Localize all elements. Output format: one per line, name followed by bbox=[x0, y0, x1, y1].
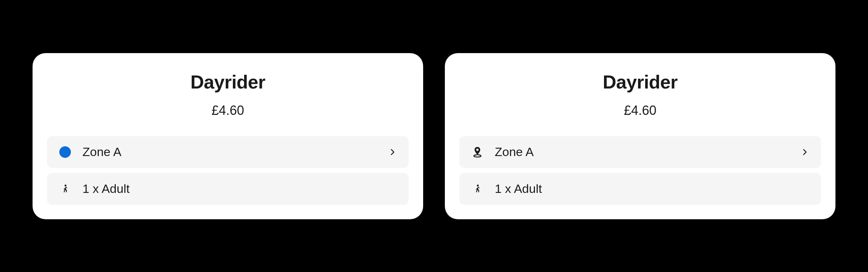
passenger-label: 1 x Adult bbox=[495, 182, 810, 196]
passenger-label: 1 x Adult bbox=[82, 182, 398, 196]
chevron-right-icon bbox=[387, 147, 398, 157]
svg-point-0 bbox=[65, 185, 67, 186]
ticket-title: Dayrider bbox=[191, 71, 265, 93]
chevron-right-icon bbox=[799, 147, 810, 157]
location-pin-icon bbox=[470, 145, 485, 159]
ticket-title: Dayrider bbox=[603, 71, 678, 93]
ticket-card: Dayrider £4.60 Zone A 1 x Adult bbox=[33, 53, 423, 219]
svg-point-1 bbox=[474, 155, 481, 157]
zone-dot-icon bbox=[58, 145, 72, 159]
ticket-price: £4.60 bbox=[212, 103, 244, 118]
person-walking-icon bbox=[58, 182, 72, 196]
zone-row[interactable]: Zone A bbox=[47, 136, 409, 168]
person-walking-icon bbox=[470, 182, 485, 196]
passenger-row[interactable]: 1 x Adult bbox=[47, 173, 409, 205]
zone-row[interactable]: Zone A bbox=[459, 136, 821, 168]
zone-label: Zone A bbox=[82, 145, 387, 159]
ticket-card: Dayrider £4.60 Zone A 1 x Adult bbox=[445, 53, 835, 219]
zone-label: Zone A bbox=[495, 145, 799, 159]
ticket-price: £4.60 bbox=[624, 103, 656, 118]
svg-point-2 bbox=[477, 185, 479, 186]
passenger-row[interactable]: 1 x Adult bbox=[459, 173, 821, 205]
